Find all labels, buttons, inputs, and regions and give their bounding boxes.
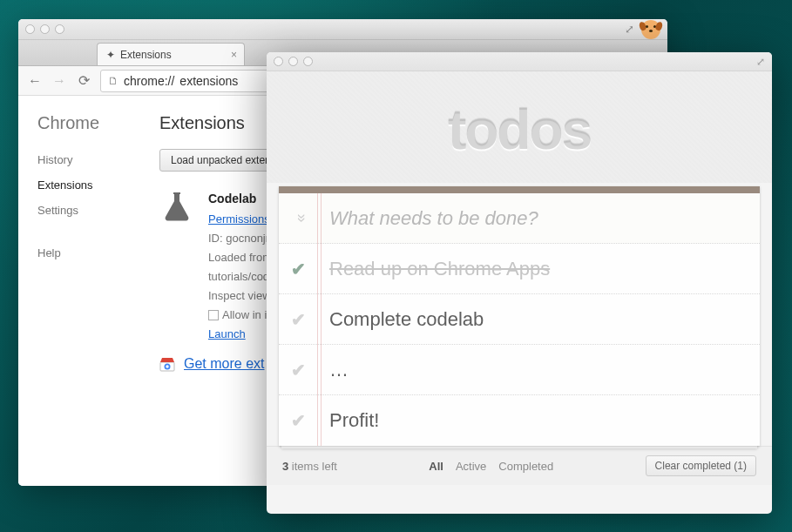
filter-all[interactable]: All [429,460,443,473]
extension-flask-icon [159,189,194,224]
allow-incognito-checkbox[interactable] [208,310,219,320]
todo-item: ✔ Profit! [279,395,760,446]
sidebar-item-history[interactable]: History [37,147,140,172]
brand-label: Chrome [37,113,140,133]
svg-point-2 [166,366,168,368]
clear-completed-button[interactable]: Clear completed (1) [646,455,756,476]
todo-label[interactable]: Profit! [312,409,744,432]
close-dot[interactable] [25,24,35,34]
todo-label[interactable]: Read up on Chrome Apps [312,258,744,280]
todos-titlebar: ⤢ [267,52,772,71]
filter-group: All Active Completed [429,460,553,473]
filter-active[interactable]: Active [456,460,486,473]
url-path: extensions [179,74,238,88]
forward-button[interactable]: → [51,73,67,89]
todos-minimize-dot[interactable] [288,57,298,66]
todos-app-window: ⤢ todos » What needs to be done? ✔ Read … [267,52,772,514]
todo-label[interactable]: Complete codelab [312,308,744,331]
todo-item: ✔ … [279,345,760,395]
settings-sidebar: Chrome History Extensions Settings Help [18,96,140,486]
sidebar-item-settings[interactable]: Settings [37,198,140,223]
back-button[interactable]: ← [27,73,43,89]
url-scheme: chrome:// [124,74,174,88]
tab-extensions[interactable]: ✦ Extensions × [97,43,245,65]
check-icon[interactable]: ✔ [291,259,312,279]
new-todo-input[interactable]: What needs to be done? [312,207,744,230]
check-icon[interactable]: ✔ [291,309,312,330]
todos-title: todos [267,98,772,162]
check-icon[interactable]: ✔ [291,360,312,380]
todos-traffic-lights [274,57,313,66]
load-unpacked-button[interactable]: Load unpacked exten [159,149,282,172]
profile-avatar-icon[interactable] [641,20,660,39]
reload-button[interactable]: ⟳ [76,72,91,89]
todo-item: ✔ Read up on Chrome Apps [279,244,760,294]
traffic-lights [25,24,64,34]
new-todo-row: » What needs to be done? [279,193,760,244]
count-text: items left [288,460,337,473]
puzzle-icon: ✦ [106,49,115,61]
items-left-count: 3 items left [282,460,337,473]
get-more-extensions-link[interactable]: Get more ext [184,356,264,372]
check-icon[interactable]: ✔ [291,410,312,431]
todos-paper: » What needs to be done? ✔ Read up on Ch… [279,186,760,446]
window-titlebar: ⤢ [18,19,667,40]
zoom-dot[interactable] [55,24,64,34]
todos-close-dot[interactable] [274,57,283,66]
toggle-all-icon[interactable]: » [293,208,311,229]
todos-expand-icon[interactable]: ⤢ [756,56,765,68]
permissions-link[interactable]: Permissions [208,212,270,226]
expand-icon[interactable]: ⤢ [625,23,634,36]
sidebar-item-help[interactable]: Help [37,240,140,266]
tab-title: Extensions [120,49,172,61]
todo-label[interactable]: … [312,359,744,381]
minimize-dot[interactable] [40,24,50,34]
todos-footer: 3 items left All Active Completed Clear … [267,446,772,485]
allow-label: Allow in in [222,308,274,321]
todos-zoom-dot[interactable] [303,57,313,66]
todo-item: ✔ Complete codelab [279,294,760,345]
chrome-webstore-icon [159,356,175,372]
page-icon: 🗋 [108,75,118,87]
sidebar-item-extensions[interactable]: Extensions [37,172,140,198]
tab-close-icon[interactable]: × [231,49,237,61]
launch-link[interactable]: Launch [208,327,246,340]
todos-header: todos [267,71,772,183]
filter-completed[interactable]: Completed [498,460,553,473]
